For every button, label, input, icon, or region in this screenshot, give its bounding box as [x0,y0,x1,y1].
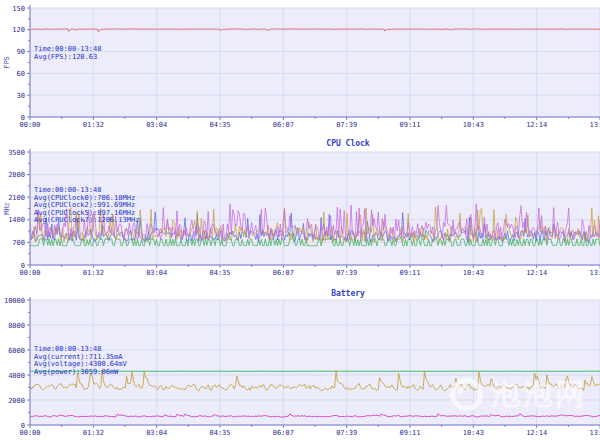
fps-chart: 030609012015000:0001:3203:0404:3506:0707… [0,0,600,130]
x-tick-label: 03:04 [146,429,167,437]
x-tick-label: 00:00 [19,121,40,129]
y-tick-label: 6000 [8,347,25,355]
x-tick-label: 01:32 [83,429,104,437]
x-tick-label: 04:35 [209,121,230,129]
y-axis-label: FPS [3,56,11,69]
x-tick-label: 09:11 [399,121,420,129]
x-tick-label: 03:04 [146,121,167,129]
x-tick-label: 13:46 [589,429,600,437]
plot-area [30,300,600,425]
x-tick-label: 01:32 [83,269,104,277]
x-tick-label: 09:11 [399,429,420,437]
x-tick-label: 06:07 [273,121,294,129]
x-tick-label: 07:39 [336,121,357,129]
y-tick-label: 1400 [8,216,25,224]
x-tick-label: 00:00 [19,269,40,277]
x-tick-label: 12:14 [526,429,547,437]
chart-title: CPU Clock [326,139,370,148]
y-tick-label: 700 [12,239,25,247]
x-tick-label: 04:35 [209,429,230,437]
x-tick-label: 07:39 [336,429,357,437]
x-tick-label: 12:14 [526,269,547,277]
x-tick-label: 00:00 [19,429,40,437]
x-tick-label: 10:43 [463,269,484,277]
plot-area [30,8,600,117]
y-tick-label: 4000 [8,372,25,380]
y-axis-label: MHz [3,202,11,215]
x-tick-label: 12:14 [526,121,547,129]
y-tick-label: 120 [12,26,25,34]
y-tick-label: 2800 [8,171,25,179]
x-tick-label: 07:39 [336,269,357,277]
x-tick-label: 10:43 [463,121,484,129]
y-tick-label: 60 [17,70,25,78]
x-tick-label: 01:32 [83,121,104,129]
y-tick-label: 90 [17,48,25,56]
x-tick-label: 03:04 [146,269,167,277]
plot-area [30,152,600,265]
chart-title: Battery [331,289,365,298]
x-tick-label: 04:35 [209,269,230,277]
y-tick-label: 10000 [4,297,25,305]
cpu-clock-chart: 0700140021002800350000:0001:3203:0404:35… [0,130,600,278]
y-tick-label: 3500 [8,149,25,157]
battery-chart: 020004000600080001000000:0001:3203:0404:… [0,278,600,440]
x-tick-label: 09:11 [399,269,420,277]
y-tick-label: 2000 [8,397,25,405]
x-tick-label: 13:46 [589,121,600,129]
monitoring-dashboard: 泡泡网 030609012015000:0001:3203:0404:3506:… [0,0,600,440]
y-tick-label: 30 [17,92,25,100]
y-tick-label: 150 [12,5,25,13]
x-tick-label: 06:07 [273,429,294,437]
x-tick-label: 06:07 [273,269,294,277]
y-tick-label: 2100 [8,194,25,202]
y-tick-label: 8000 [8,322,25,330]
x-tick-label: 13:46 [589,269,600,277]
x-tick-label: 10:43 [463,429,484,437]
